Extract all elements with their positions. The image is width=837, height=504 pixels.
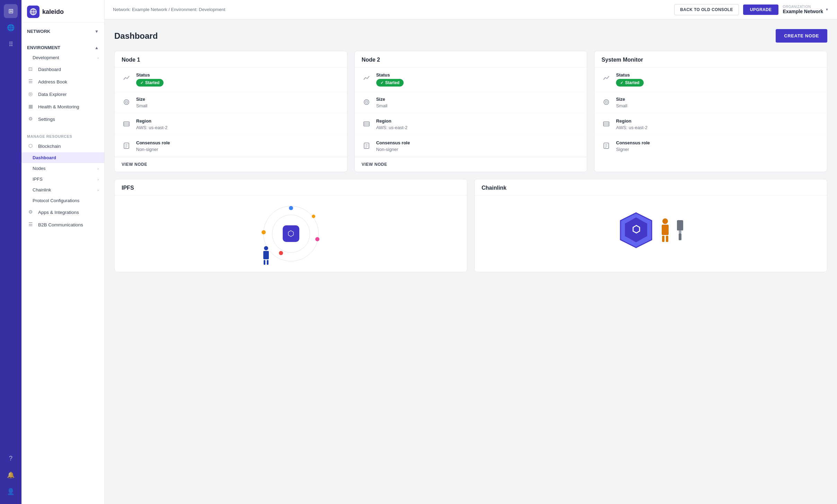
network-section-header[interactable]: NETWORK ▼: [21, 25, 104, 36]
node2-consensus-icon: [362, 141, 371, 151]
system-monitor-consensus-value: Signer: [616, 147, 820, 152]
node1-status-row: Status Started: [115, 68, 347, 92]
nodes-grid: Node 1 Status Started: [114, 51, 827, 172]
svg-point-5: [125, 101, 127, 103]
sidebar-item-settings[interactable]: ⚙ Settings: [21, 113, 104, 125]
system-monitor-card: System Monitor Status Started: [594, 51, 827, 172]
content-header: Dashboard CREATE NODE: [114, 29, 827, 43]
system-monitor-status-row: Status Started: [594, 68, 827, 92]
settings-icon: ⚙: [28, 116, 35, 122]
node1-region-row: Region AWS: us-east-2: [115, 114, 347, 135]
chainlink-card-title: Chainlink: [475, 179, 827, 196]
user-icon[interactable]: 👤: [4, 485, 18, 498]
node1-consensus-row: Consensus role Non-signer: [115, 135, 347, 157]
sidebar-item-data-explorer[interactable]: ◎ Data Explorer: [21, 88, 104, 100]
help-icon[interactable]: ?: [4, 451, 18, 465]
node2-region-row: Region AWS: us-east-2: [355, 114, 587, 135]
svg-point-23: [605, 101, 607, 103]
network-section: NETWORK ▼: [21, 22, 104, 39]
sidebar-item-dashboard[interactable]: ⊡ Dashboard: [21, 63, 104, 75]
content-area: Dashboard CREATE NODE Node 1 Status Star…: [105, 19, 837, 504]
node1-status-badge: Started: [136, 79, 164, 87]
development-label: Development: [33, 55, 59, 60]
sidebar-item-nodes[interactable]: Nodes ›: [21, 163, 104, 174]
main-area: Network: Example Network / Environment: …: [105, 0, 837, 504]
node2-status-label: Status: [376, 72, 580, 78]
system-monitor-size-value: Small: [616, 103, 820, 108]
node2-title: Node 2: [355, 51, 587, 68]
system-monitor-consensus-row: Consensus role Signer: [594, 135, 827, 157]
logo-text: kaleido: [42, 8, 64, 16]
globe-icon[interactable]: 🌐: [4, 21, 18, 35]
node1-size-value: Small: [136, 103, 340, 108]
sidebar-item-apps-integrations[interactable]: ⚙ Apps & Integrations: [21, 206, 104, 218]
page-title: Dashboard: [114, 31, 158, 41]
system-monitor-size-icon: [601, 97, 611, 107]
system-monitor-region-row: Region AWS: us-east-2: [594, 114, 827, 135]
chainlink-illustration: ⬡: [475, 196, 827, 265]
sidebar-item-address-book[interactable]: ☰ Address Book: [21, 75, 104, 88]
network-chevron-icon: ▼: [95, 29, 99, 34]
svg-rect-15: [364, 122, 369, 126]
node2-view-btn[interactable]: VIEW NODE: [355, 157, 587, 172]
system-monitor-region-value: AWS: us-east-2: [616, 125, 820, 130]
logo-icon: [27, 6, 39, 18]
nodes-chevron-icon: ›: [97, 166, 99, 171]
system-monitor-region-label: Region: [616, 118, 820, 124]
system-monitor-status-badge: Started: [616, 79, 643, 87]
bell-icon[interactable]: 🔔: [4, 468, 18, 482]
system-monitor-size-row: Size Small: [594, 92, 827, 114]
sidebar-item-b2b[interactable]: ☰ B2B Communications: [21, 218, 104, 231]
upgrade-button[interactable]: UPGRADE: [743, 4, 779, 15]
node1-size-label: Size: [136, 97, 340, 102]
topbar: Network: Example Network / Environment: …: [105, 0, 837, 19]
chainlink-card: Chainlink ⬡: [474, 179, 827, 272]
node2-status-chart-icon: [362, 73, 371, 83]
sidebar-item-protocol-configs[interactable]: Protocol Configurations: [21, 195, 104, 206]
node1-size-row: Size Small: [115, 92, 347, 114]
sidebar-item-development[interactable]: Development ›: [21, 52, 104, 63]
node1-view-btn[interactable]: VIEW NODE: [115, 157, 347, 172]
home-icon[interactable]: ⊞: [4, 4, 18, 18]
address-book-icon: ☰: [28, 79, 35, 85]
create-node-button[interactable]: CREATE NODE: [776, 29, 827, 43]
svg-text:⬡: ⬡: [632, 224, 640, 235]
system-monitor-consensus-icon: [601, 141, 611, 151]
sidebar-item-ipfs[interactable]: IPFS ›: [21, 174, 104, 184]
sidebar: kaleido NETWORK ▼ ENVIRONMENT ▲ Developm…: [21, 0, 105, 504]
environment-section: ENVIRONMENT ▲ Development › ⊡ Dashboard …: [21, 39, 104, 128]
health-icon: ▦: [28, 104, 35, 110]
node2-size-row: Size Small: [355, 92, 587, 114]
node2-region-icon: [362, 119, 371, 129]
org-selector[interactable]: ORGANIZATION Example Network ▼: [783, 5, 829, 14]
icon-rail: ⊞ 🌐 ⠿ ? 🔔 👤: [0, 0, 21, 504]
node1-title: Node 1: [115, 51, 347, 68]
sidebar-item-chainlink[interactable]: Chainlink ›: [21, 184, 104, 195]
node2-status-row: Status Started: [355, 68, 587, 92]
sidebar-item-health-monitoring[interactable]: ▦ Health & Monitoring: [21, 100, 104, 113]
network-icon[interactable]: ⠿: [4, 37, 18, 51]
svg-point-13: [364, 100, 369, 105]
ipfs-card-title: IPFS: [115, 179, 467, 196]
node2-size-label: Size: [376, 97, 580, 102]
consensus-icon: [122, 141, 131, 151]
environment-section-header[interactable]: ENVIRONMENT ▲: [21, 42, 104, 52]
svg-rect-24: [603, 122, 609, 126]
system-monitor-status-label: Status: [616, 72, 820, 78]
topbar-right: BACK TO OLD CONSOLE UPGRADE ORGANIZATION…: [674, 4, 829, 15]
ipfs-illustration: ⬡: [115, 196, 467, 272]
svg-point-14: [365, 101, 368, 103]
back-to-console-button[interactable]: BACK TO OLD CONSOLE: [674, 4, 739, 15]
node2-consensus-row: Consensus role Non-signer: [355, 135, 587, 157]
node1-body: Status Started Size Small: [115, 68, 347, 157]
environment-chevron-icon: ▲: [95, 45, 99, 50]
sidebar-item-blockchain[interactable]: ⬡ Blockchain: [21, 140, 104, 152]
system-monitor-region-icon: [601, 119, 611, 129]
chevron-right-icon: ›: [97, 56, 99, 60]
ipfs-chevron-icon: ›: [97, 177, 99, 181]
apps-icon: ⚙: [28, 209, 35, 215]
node1-consensus-label: Consensus role: [136, 140, 340, 145]
sidebar-item-blockchain-dashboard[interactable]: Dashboard: [21, 152, 104, 163]
node2-region-value: AWS: us-east-2: [376, 125, 580, 130]
lower-cards-grid: IPFS ⬡: [114, 179, 827, 272]
